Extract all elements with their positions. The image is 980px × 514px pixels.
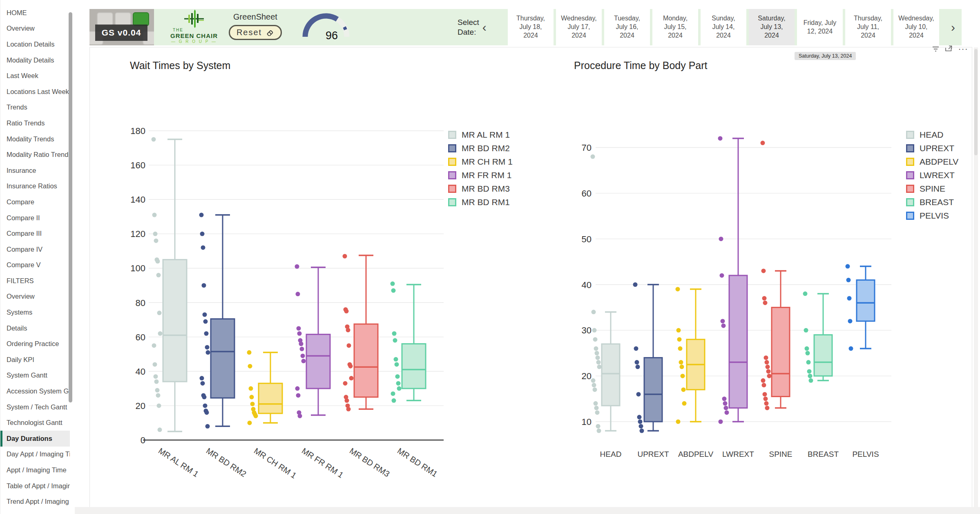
sidebar-item-compare-ii[interactable]: Compare II: [0, 210, 70, 226]
legend-item-mr-al-rm-1[interactable]: MR AL RM 1: [448, 130, 513, 140]
sidebar-item-locations-last-week[interactable]: Locations Last Week: [0, 84, 70, 100]
page-scrollbar[interactable]: [974, 47, 978, 507]
data-point[interactable]: [763, 392, 767, 396]
data-point[interactable]: [761, 141, 765, 145]
data-point[interactable]: [803, 291, 808, 296]
data-point[interactable]: [725, 410, 729, 415]
data-point[interactable]: [724, 406, 728, 410]
data-point[interactable]: [637, 415, 642, 419]
data-point[interactable]: [681, 374, 685, 378]
data-point[interactable]: [397, 386, 402, 391]
data-point[interactable]: [205, 345, 210, 349]
data-point[interactable]: [248, 420, 252, 425]
data-point[interactable]: [201, 245, 205, 250]
data-point[interactable]: [205, 410, 209, 415]
data-point[interactable]: [393, 338, 397, 343]
data-point[interactable]: [157, 403, 161, 408]
data-point[interactable]: [766, 369, 771, 373]
procedure-time-boxplot[interactable]: 10203040506070HEADUPREXTABDPELVLWREXTSPI…: [572, 123, 899, 482]
data-point[interactable]: [766, 364, 770, 369]
data-point[interactable]: [205, 424, 210, 429]
data-point[interactable]: [591, 378, 596, 383]
data-point[interactable]: [636, 392, 641, 396]
sidebar-item-accession-system-gantt[interactable]: Accession System Gantt: [0, 383, 70, 399]
sidebar-item-appt-imaging-time[interactable]: Appt / Imaging Time: [0, 462, 70, 478]
data-point[interactable]: [156, 259, 160, 264]
date-card[interactable]: Wednesday,July 17,2024: [556, 9, 602, 45]
data-point[interactable]: [395, 362, 399, 367]
data-point[interactable]: [805, 346, 809, 351]
reset-button[interactable]: Reset: [229, 25, 282, 40]
data-point[interactable]: [596, 360, 601, 364]
data-point[interactable]: [392, 331, 397, 336]
legend-item-spine[interactable]: SPINE: [906, 184, 958, 194]
data-point[interactable]: [597, 429, 601, 433]
data-point[interactable]: [346, 328, 350, 332]
sidebar-item-trends[interactable]: Trends: [0, 100, 70, 116]
legend-item-mr-bd-rm2[interactable]: MR BD RM2: [448, 143, 513, 153]
wait-times-boxplot[interactable]: 020406080100120140160180MR AL RM 1MR BD …: [139, 123, 445, 511]
data-point[interactable]: [254, 414, 258, 418]
data-point[interactable]: [391, 288, 396, 293]
data-point[interactable]: [638, 420, 643, 424]
data-point[interactable]: [847, 296, 852, 301]
legend-item-head[interactable]: HEAD: [906, 130, 958, 140]
data-point[interactable]: [634, 346, 638, 351]
data-point[interactable]: [249, 386, 253, 391]
box-abdpelv[interactable]: [676, 287, 705, 424]
box-mr-bd-rm3[interactable]: [343, 254, 378, 411]
date-card[interactable]: Monday,July 15,2024: [652, 9, 698, 45]
data-point[interactable]: [348, 364, 353, 369]
data-point[interactable]: [297, 331, 302, 336]
data-point[interactable]: [394, 357, 398, 362]
data-point[interactable]: [158, 331, 163, 336]
data-point[interactable]: [295, 264, 299, 269]
sidebar-item-last-week[interactable]: Last Week: [0, 68, 70, 84]
data-point[interactable]: [594, 406, 599, 410]
sidebar-item-modality-trends[interactable]: Modality Trends: [0, 131, 70, 147]
data-point[interactable]: [676, 287, 680, 291]
data-point[interactable]: [633, 282, 638, 287]
data-point[interactable]: [723, 401, 728, 406]
box-mr-ch-rm-1[interactable]: [247, 350, 283, 425]
data-point[interactable]: [721, 319, 725, 323]
data-point[interactable]: [392, 398, 396, 403]
sidebar-item-system-tech-gantt[interactable]: System / Tech Gantt: [0, 399, 70, 415]
sidebar-item-system-gantt[interactable]: System Gantt: [0, 368, 70, 384]
data-point[interactable]: [344, 309, 349, 313]
data-point[interactable]: [804, 328, 808, 333]
legend-item-lwrext[interactable]: LWREXT: [906, 170, 958, 180]
page-scrollbar-thumb[interactable]: [974, 49, 978, 155]
data-point[interactable]: [765, 406, 770, 410]
data-point[interactable]: [639, 424, 643, 429]
data-point[interactable]: [200, 232, 205, 236]
data-point[interactable]: [594, 346, 598, 351]
data-point[interactable]: [764, 355, 768, 360]
data-point[interactable]: [301, 353, 305, 358]
data-point[interactable]: [202, 283, 206, 288]
sidebar-item-overview[interactable]: Overview: [0, 21, 70, 37]
data-point[interactable]: [765, 360, 769, 364]
box-mr-bd-rm2[interactable]: [199, 213, 235, 429]
data-point[interactable]: [636, 364, 640, 369]
data-point[interactable]: [809, 378, 813, 383]
sidebar-item-day-durations[interactable]: Day Durations: [0, 431, 70, 447]
legend-item-mr-bd-rm1[interactable]: MR BD RM1: [448, 197, 513, 207]
data-point[interactable]: [203, 312, 207, 317]
data-point[interactable]: [676, 420, 681, 424]
date-card[interactable]: Thursday,July 11,2024: [845, 9, 891, 45]
legend-item-breast[interactable]: BREAST: [906, 197, 958, 207]
sidebar-item-location-details[interactable]: Location Details: [0, 36, 70, 52]
data-point[interactable]: [721, 324, 726, 328]
data-point[interactable]: [300, 347, 304, 351]
sidebar-item-daily-kpi[interactable]: Daily KPI: [0, 352, 70, 368]
legend-item-abdpelv[interactable]: ABDPELV: [906, 157, 958, 167]
sidebar-item-compare[interactable]: Compare: [0, 194, 70, 210]
data-point[interactable]: [157, 311, 162, 315]
data-point[interactable]: [596, 355, 600, 360]
data-point[interactable]: [204, 331, 209, 336]
sidebar-item-systems[interactable]: Systems: [0, 304, 70, 320]
data-point[interactable]: [158, 427, 162, 432]
data-point[interactable]: [301, 359, 306, 363]
data-point[interactable]: [807, 369, 812, 373]
